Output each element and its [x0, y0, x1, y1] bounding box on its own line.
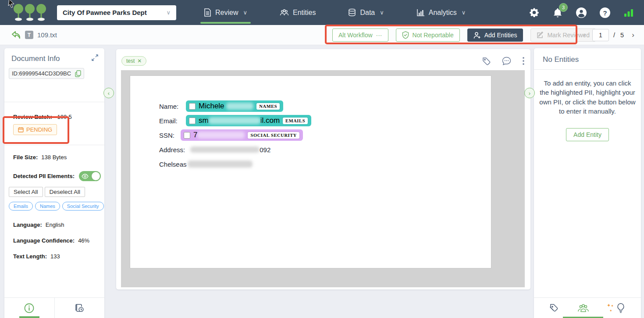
tab-tags[interactable]	[549, 298, 559, 318]
tags-icon	[549, 303, 559, 313]
user-account-icon[interactable]	[576, 7, 587, 18]
email-label: Email:	[159, 117, 180, 125]
pii-highlight-ssn[interactable]: 7 SOCIAL SECURITY	[181, 129, 303, 141]
page-number-input[interactable]	[592, 29, 609, 41]
prev-page-icon[interactable]: ‹	[582, 31, 588, 39]
pii-checkbox[interactable]	[189, 118, 196, 124]
not-reportable-button[interactable]: Not Reportable	[396, 29, 460, 42]
close-icon[interactable]: ✕	[137, 58, 142, 64]
database-icon	[348, 8, 356, 17]
review-batch-label: Review Batch:	[13, 114, 52, 120]
filter-chip-label: test	[126, 58, 135, 64]
pii-highlight-email[interactable]: smil.com EMAILS	[186, 115, 311, 126]
back-icon[interactable]	[11, 31, 21, 39]
chip-emails[interactable]: Emails	[9, 202, 33, 211]
toolbar-actions: Alt Workflow ··· Not Reportable Add Enti…	[332, 25, 596, 45]
cursor-pointer	[8, 0, 16, 9]
tab-analytics-label: Analytics	[429, 9, 457, 17]
select-all-button[interactable]: Select All	[9, 187, 43, 197]
file-header: T 109.txt	[11, 31, 57, 39]
pawnee-parks-logo[interactable]	[13, 4, 47, 22]
add-entity-button[interactable]: Add Entity	[566, 128, 609, 141]
pii-checkbox[interactable]	[189, 103, 196, 110]
status-badge: PENDING	[13, 124, 57, 135]
pii-visibility-toggle[interactable]	[79, 171, 101, 181]
document-id-chip[interactable]: ID:69999544CD3D9BC	[9, 68, 84, 79]
navbar-icons: 3 ?	[528, 0, 634, 25]
tab-review-label: Review	[215, 9, 238, 17]
ssn-value: 7	[193, 131, 197, 139]
pii-type-badge: SOCIAL SECURITY	[248, 132, 299, 139]
calendar-icon	[18, 127, 24, 132]
tab-review[interactable]: Review ∨	[200, 0, 251, 25]
comment-icon[interactable]	[502, 57, 511, 65]
org-selector-dropdown[interactable]: City Of Pawnee Parks Dept ∨	[57, 5, 176, 20]
pii-type-badge: NAMES	[256, 103, 280, 110]
tab-history[interactable]	[54, 298, 105, 318]
status-badge-label: PENDING	[26, 126, 52, 133]
chip-social-security[interactable]: Social Security	[62, 202, 104, 211]
pii-highlight-name[interactable]: Michele NAMES	[186, 100, 283, 112]
document-icon	[204, 8, 211, 17]
kebab-menu-icon[interactable]	[523, 57, 524, 65]
right-panel-tabs: ✦✦✦	[534, 297, 641, 318]
entities-panel-title: No Entities	[543, 55, 579, 64]
tab-suggestions[interactable]: ✦✦✦	[607, 298, 625, 318]
email-prefix: sm	[199, 116, 209, 125]
toggle-knob	[92, 172, 100, 180]
copy-icon[interactable]	[75, 70, 81, 77]
pii-type-badge: EMAILS	[283, 118, 308, 124]
tag-icon[interactable]	[482, 57, 491, 65]
svg-text:?: ?	[603, 9, 607, 16]
tab-data[interactable]: Data ∨	[345, 0, 387, 25]
settings-gear-icon[interactable]	[528, 7, 540, 18]
deselect-all-button[interactable]: Deselect All	[45, 187, 85, 197]
pii-checkbox[interactable]	[184, 132, 190, 139]
file-size-row: File Size:138 Bytes	[13, 154, 104, 161]
chevron-down-icon: ∨	[462, 9, 466, 16]
sparkles-icon: ✦✦✦	[607, 303, 614, 313]
page-total: / 5	[613, 32, 626, 39]
add-entities-button[interactable]: Add Entities	[467, 29, 523, 42]
tab-info[interactable]	[4, 298, 54, 318]
notification-badge: 3	[559, 3, 568, 12]
filter-chip-test[interactable]: test ✕	[121, 56, 146, 66]
file-size-label: File Size:	[13, 154, 38, 161]
entities-help-text: To add an entity, you can click the high…	[539, 79, 636, 116]
expand-icon[interactable]	[92, 54, 98, 61]
chevron-down-icon: ∨	[243, 9, 247, 16]
document-info-panel: Document Info ID:69999544CD3D9BC Review …	[4, 48, 104, 318]
bar-chart-icon	[416, 9, 425, 17]
document-toolbar: T 109.txt Alt Workflow ··· Not Reportabl…	[0, 25, 644, 45]
redacted-text	[190, 146, 260, 153]
eye-icon	[82, 174, 89, 179]
expand-right-panel-button[interactable]: ›	[524, 88, 535, 98]
group-icon	[577, 303, 589, 313]
language-label: Language:	[13, 222, 42, 228]
signal-bars-icon[interactable]	[623, 7, 634, 18]
info-icon	[24, 303, 34, 313]
chevron-down-icon: ∨	[166, 9, 171, 16]
chip-names[interactable]: Names	[35, 202, 60, 211]
file-size-value: 138 Bytes	[41, 154, 67, 161]
document-page: Name: Michele NAMES Email: smil.com EMAI…	[130, 75, 491, 268]
tab-entities[interactable]: Entities	[276, 0, 319, 25]
edit-icon	[537, 32, 544, 39]
confidence-row: Language Confidence:46%	[13, 237, 104, 244]
people-icon	[280, 9, 289, 17]
tab-entities-list[interactable]	[577, 298, 589, 318]
confidence-label: Language Confidence:	[13, 237, 75, 244]
help-icon[interactable]: ?	[599, 7, 611, 18]
doc-field-address-line2: Chelseas	[159, 158, 311, 170]
email-suffix: il.com	[260, 116, 280, 125]
left-panel-title: Document Info	[11, 54, 60, 63]
notifications-bell-icon[interactable]: 3	[552, 7, 563, 18]
text-length-row: Text Length:133	[13, 253, 104, 260]
alt-workflow-button[interactable]: Alt Workflow ···	[332, 29, 388, 42]
main-nav: Review ∨ Entities Data ∨ Analytics ∨	[200, 0, 495, 25]
pii-toggle-label: Detected PII Elements:	[13, 173, 75, 179]
name-value: Michele	[199, 102, 224, 111]
tab-analytics[interactable]: Analytics ∨	[413, 0, 470, 25]
collapse-left-panel-button[interactable]: ‹	[103, 88, 114, 98]
next-page-icon[interactable]: ›	[630, 31, 636, 39]
